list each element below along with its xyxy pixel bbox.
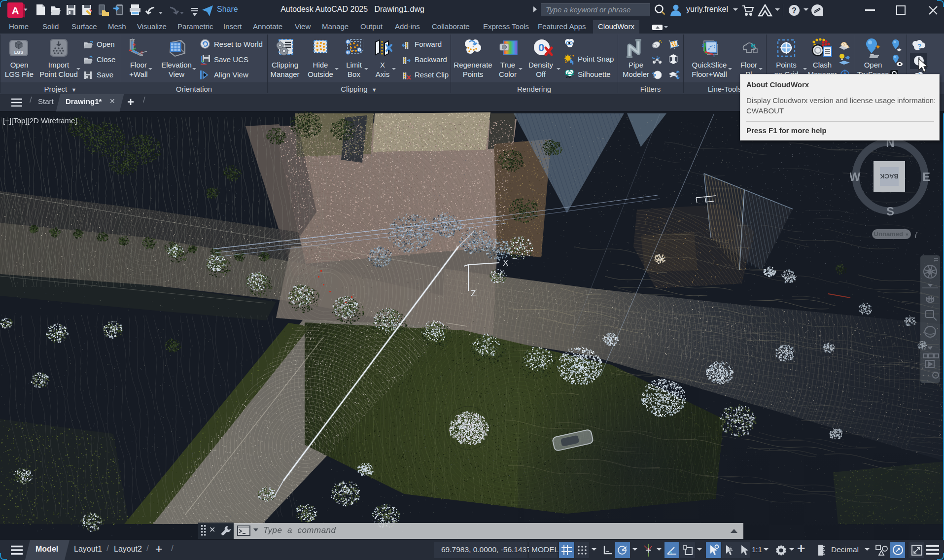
svg-text:W: W — [850, 170, 861, 183]
svg-text:S: S — [886, 205, 894, 218]
svg-text:?: ? — [917, 42, 922, 50]
svg-text:2: 2 — [702, 43, 704, 48]
svg-text:1: 1 — [358, 48, 360, 52]
svg-text:3: 3 — [347, 51, 349, 54]
svg-text:z: z — [133, 38, 135, 42]
svg-text:LGS: LGS — [14, 50, 24, 55]
svg-text:?: ? — [792, 6, 797, 15]
svg-text:0: 0 — [538, 41, 544, 54]
svg-text:BACK: BACK — [880, 173, 899, 180]
svg-text:1: 1 — [713, 53, 715, 58]
svg-text:E: E — [922, 170, 930, 183]
svg-text:3: 3 — [347, 40, 349, 44]
